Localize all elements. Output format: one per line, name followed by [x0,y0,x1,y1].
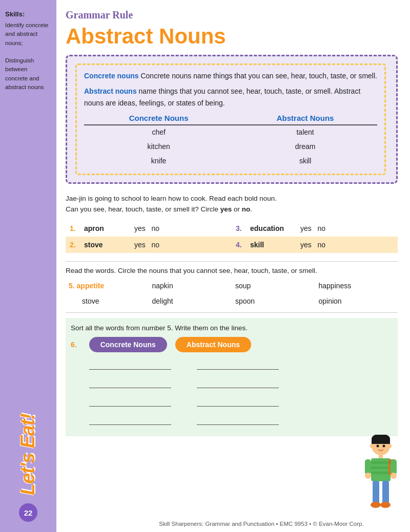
svg-rect-19 [382,481,389,504]
section2-instruction: Read the words. Circle the nouns that yo… [66,267,398,274]
sort-line [89,379,171,388]
exercise-rows: 1. apron yes no 3. education yes no 2. s… [66,220,398,253]
abstract-nouns-term: Abstract nouns [84,87,137,95]
sort-line [197,379,279,388]
svg-rect-11 [371,472,391,474]
sort-num: 6. [71,341,77,349]
concrete-lines [89,360,171,425]
col2-header: Abstract Nouns [233,114,377,125]
sort-line [197,397,279,407]
table-row: chef talent [84,125,377,140]
word-item-happiness: happiness [318,280,396,292]
word-item-delight: delight [151,295,230,307]
character-illustration [358,435,404,517]
sort-line [197,416,279,425]
table-row: knife skill [84,154,377,168]
abstract-def: Abstract nouns name things that you cann… [84,86,377,109]
concrete-nouns-button[interactable]: Concrete Nouns [89,337,167,352]
svg-point-4 [383,445,385,448]
page-number: 22 [0,503,56,522]
concrete-word-1: chef [84,125,233,140]
abstract-word-1: talent [233,125,377,140]
svg-point-6 [388,444,392,448]
concrete-def: Concrete nouns Concrete nouns name thing… [84,70,377,81]
svg-rect-9 [371,461,391,464]
sort-header: 6. Concrete Nouns Abstract Nouns [71,337,393,352]
page-title: Abstract Nouns [66,24,398,49]
svg-point-16 [365,473,371,479]
grammar-box-inner: Concrete nouns Concrete nouns name thing… [75,63,386,175]
sort-line [197,360,279,370]
svg-rect-7 [379,454,383,458]
grammar-rule-header: Grammar Rule [66,9,398,21]
svg-point-5 [370,444,373,448]
svg-point-20 [371,502,381,508]
abstract-word-3: skill [233,154,377,168]
svg-rect-10 [371,466,391,469]
svg-point-17 [391,473,397,479]
exercise-item-1: 1. apron yes no [66,220,232,237]
table-row: kitchen dream [84,140,377,154]
concrete-word-3: knife [84,154,233,168]
abstract-nouns-button[interactable]: Abstract Nouns [175,337,251,352]
word-grid: 5. appetite napkin soup happiness stove … [66,280,398,307]
main-content: Grammar Rule Abstract Nouns Concrete nou… [56,0,410,532]
svg-rect-15 [391,459,397,475]
sidebar: Skills: Identify concrete and abstract n… [0,0,56,532]
sort-lines-container [89,360,393,430]
sort-line [89,397,171,407]
word-item-spoon: spoon [234,295,313,307]
divider-2 [66,312,398,313]
skills-text: Identify concrete and abstract nouns; Di… [5,21,51,92]
section3-instruction: Sort all the words from number 5. Write … [71,324,393,332]
sort-line [89,360,171,370]
divider-1 [66,261,398,262]
col1-header: Concrete Nouns [84,114,233,125]
section-3: Sort all the words from number 5. Write … [66,318,398,436]
word-item-napkin: napkin [151,280,230,292]
svg-point-3 [377,445,379,448]
sort-line [89,416,171,425]
svg-point-21 [380,502,391,508]
footer: Skill Sharpeners: Grammar and Punctuatio… [113,521,410,527]
exercise-item-3: 3. education yes no [232,220,398,237]
grammar-rule-box: Concrete nouns Concrete nouns name thing… [66,55,398,184]
word-item-opinion: opinion [318,295,396,307]
skills-label: Skills: [5,10,25,18]
concrete-nouns-term: Concrete nouns [84,72,139,80]
svg-rect-2 [372,439,390,444]
section-1: Jae-jin is going to school to learn how … [66,193,398,253]
word-item-soup: soup [234,280,313,292]
section1-instruction: Jae-jin is going to school to learn how … [66,193,398,215]
lets-eat-label: Let's Eat! [0,443,56,465]
abstract-word-2: dream [233,140,377,154]
svg-rect-18 [373,481,379,504]
abstract-lines [197,360,279,425]
concrete-word-2: kitchen [84,140,233,154]
exercise-item-2: 2. stove yes no [66,237,232,253]
nouns-table: Concrete Nouns Abstract Nouns chef talen… [84,114,377,168]
word-item-num5: 5. appetite [68,280,146,292]
word-item-stove: stove [68,295,146,307]
section-2: Read the words. Circle the nouns that yo… [66,267,398,307]
exercise-item-4: 4. skill yes no [232,237,398,253]
svg-rect-14 [365,459,371,475]
